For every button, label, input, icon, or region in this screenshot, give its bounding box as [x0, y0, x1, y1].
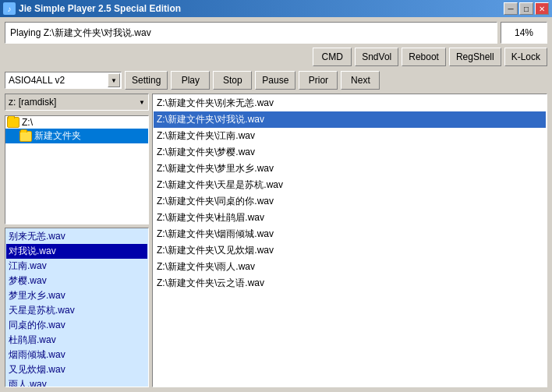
- playlist-item[interactable]: 别来无恙.wav: [6, 229, 147, 244]
- playlist-item[interactable]: 江南.wav: [6, 259, 147, 274]
- playlist-item[interactable]: 梦里水乡.wav: [6, 288, 147, 303]
- title-bar-controls: ─ □ ✕: [504, 2, 549, 15]
- playlist-panel[interactable]: 别来无恙.wav对我说.wav江南.wav梦樱.wav梦里水乡.wav天星是苏杭…: [5, 228, 149, 387]
- cmd-button[interactable]: CMD: [313, 48, 352, 66]
- progress-percent: 14%: [501, 22, 547, 44]
- playlist-item[interactable]: 雨人.wav: [6, 377, 147, 387]
- playlist-item[interactable]: 又见炊烟.wav: [6, 362, 147, 377]
- prior-button[interactable]: Prior: [299, 71, 338, 90]
- file-browser[interactable]: Z:\ 新建文件夹: [5, 115, 149, 224]
- playlist-item[interactable]: 杜鹃眉.wav: [6, 333, 147, 348]
- folder-open-icon: [19, 131, 32, 142]
- close-button[interactable]: ✕: [535, 2, 549, 15]
- app-title: Jie Simple Player 2.5 Special Edition: [19, 3, 181, 14]
- main-area: z: [ramdisk] ▼ Z:\ 新建文件夹 别来无恙.wav对我说.wav…: [5, 94, 547, 387]
- regshell-button[interactable]: RegShell: [449, 48, 501, 66]
- file-item[interactable]: Z:\新建文件夹\梦樱.wav: [154, 144, 546, 161]
- file-item[interactable]: Z:\新建文件夹\烟雨倾城.wav: [154, 226, 546, 242]
- drive-arrow-icon: ▼: [139, 99, 145, 106]
- drive-label: z: [ramdisk]: [9, 97, 139, 108]
- file-item[interactable]: Z:\新建文件夹\江南.wav: [154, 128, 546, 144]
- driver-select[interactable]: ASIO4ALL v2: [5, 72, 122, 89]
- pause-button[interactable]: Pause: [255, 71, 295, 90]
- tree-item-label: 新建文件夹: [34, 129, 81, 143]
- file-item[interactable]: Z:\新建文件夹\云之语.wav: [154, 275, 546, 291]
- toolbar-row-2: ASIO4ALL v2 ▼ Setting Play Stop Pause Pr…: [5, 70, 547, 90]
- tree-item-z[interactable]: Z:\: [5, 116, 148, 129]
- title-bar: ♪ Jie Simple Player 2.5 Special Edition …: [0, 0, 552, 17]
- sndvol-button[interactable]: SndVol: [355, 48, 398, 66]
- drive-selector[interactable]: z: [ramdisk] ▼: [5, 94, 149, 111]
- file-item[interactable]: Z:\新建文件夹\梦里水乡.wav: [154, 161, 546, 177]
- toolbar-row-1: CMD SndVol Reboot RegShell K-Lock: [5, 47, 547, 67]
- file-item[interactable]: Z:\新建文件夹\又见炊烟.wav: [154, 242, 546, 259]
- klock-button[interactable]: K-Lock: [504, 48, 547, 66]
- status-bar: Playing Z:\新建文件夹\对我说.wav 14%: [5, 22, 547, 44]
- next-button[interactable]: Next: [341, 71, 380, 90]
- playing-status: Playing Z:\新建文件夹\对我说.wav: [5, 22, 497, 44]
- play-button[interactable]: Play: [171, 71, 210, 90]
- file-item[interactable]: Z:\新建文件夹\天星是苏杭.wav: [154, 177, 546, 193]
- tree-item-label: Z:\: [22, 117, 33, 128]
- driver-dropdown-wrapper: ASIO4ALL v2 ▼: [5, 72, 122, 89]
- minimize-button[interactable]: ─: [504, 2, 518, 15]
- stop-button[interactable]: Stop: [213, 71, 252, 90]
- file-list-panel[interactable]: Z:\新建文件夹\别来无恙.wavZ:\新建文件夹\对我说.wavZ:\新建文件…: [152, 94, 547, 387]
- file-item[interactable]: Z:\新建文件夹\杜鹃眉.wav: [154, 210, 546, 226]
- left-panel: z: [ramdisk] ▼ Z:\ 新建文件夹 别来无恙.wav对我说.wav…: [5, 94, 149, 387]
- playlist-item[interactable]: 梦樱.wav: [6, 274, 147, 288]
- playlist-item[interactable]: 烟雨倾城.wav: [6, 348, 147, 362]
- app-icon: ♪: [3, 2, 16, 15]
- file-item[interactable]: Z:\新建文件夹\雨人.wav: [154, 259, 546, 275]
- maximize-button[interactable]: □: [519, 2, 533, 15]
- reboot-button[interactable]: Reboot: [402, 48, 446, 66]
- tree-item-newfolder[interactable]: 新建文件夹: [5, 129, 148, 143]
- folder-icon: [7, 117, 19, 128]
- file-item[interactable]: Z:\新建文件夹\同桌的你.wav: [154, 193, 546, 210]
- window-content: Playing Z:\新建文件夹\对我说.wav 14% CMD SndVol …: [0, 17, 552, 392]
- playlist-item[interactable]: 天星是苏杭.wav: [6, 303, 147, 318]
- title-bar-left: ♪ Jie Simple Player 2.5 Special Edition: [3, 2, 181, 15]
- playlist-item[interactable]: 对我说.wav: [6, 244, 147, 259]
- file-item[interactable]: Z:\新建文件夹\对我说.wav: [154, 111, 546, 128]
- setting-button[interactable]: Setting: [125, 71, 168, 90]
- playlist-item[interactable]: 同桌的你.wav: [6, 318, 147, 333]
- file-item[interactable]: Z:\新建文件夹\别来无恙.wav: [154, 95, 546, 111]
